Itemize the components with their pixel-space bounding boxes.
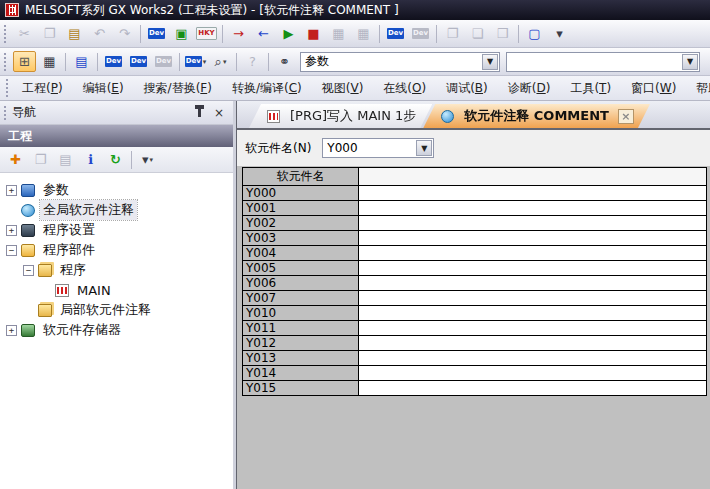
- comment-cell[interactable]: [359, 381, 707, 396]
- module-configuration-icon[interactable]: ▦: [38, 51, 61, 72]
- device-name-cell: Y012: [243, 336, 359, 351]
- menu-view[interactable]: 视图(V): [312, 77, 374, 100]
- tree-item-main[interactable]: MAIN: [0, 280, 233, 300]
- menu-project[interactable]: 工程(P): [12, 77, 73, 100]
- navigation-header: 导航 ×: [0, 101, 233, 125]
- menu-window[interactable]: 窗口(W): [621, 77, 686, 100]
- secondary-combo[interactable]: ▼: [506, 52, 700, 72]
- toolbar-separator: [236, 53, 237, 71]
- tree-item-pou[interactable]: −程序部件: [0, 240, 233, 260]
- toolbar-view: ⊞▦▤DevDevDevDev▾⌕▾?⚭参数▼▼: [0, 48, 710, 76]
- close-icon[interactable]: ×: [211, 105, 227, 121]
- keyword-combo[interactable]: 参数▼: [300, 52, 500, 72]
- device-display-format-icon[interactable]: Dev▾: [184, 51, 207, 72]
- navigation-toolbar: ✚❐▤ℹ↻▾▾: [0, 147, 233, 173]
- panel-grip[interactable]: [4, 106, 8, 120]
- pin-icon[interactable]: [191, 105, 207, 121]
- chevron-down-icon[interactable]: ▼: [482, 54, 498, 70]
- main-area: 导航 × 工程 ✚❐▤ℹ↻▾▾ +参数全局软元件注释+程序设置−程序部件−程序M…: [0, 101, 710, 489]
- comment-cell[interactable]: [359, 216, 707, 231]
- comment-list-icon[interactable]: ▤: [70, 51, 93, 72]
- chevron-down-icon[interactable]: ▼: [416, 140, 432, 156]
- menu-diagnostics[interactable]: 诊断(D): [498, 77, 561, 100]
- comment-cell[interactable]: [359, 306, 707, 321]
- read-from-plc-icon[interactable]: ←: [252, 23, 275, 44]
- device-search-icon[interactable]: ⌕▾: [209, 51, 232, 72]
- toolbar-grip[interactable]: [4, 53, 8, 71]
- device-name-cell: Y000: [243, 186, 359, 201]
- new-data-icon[interactable]: ✚: [4, 149, 27, 170]
- tree-item-local-device-comment[interactable]: 局部软元件注释: [0, 300, 233, 320]
- device-monitor-icon[interactable]: Dev: [384, 23, 407, 44]
- menu-tool[interactable]: 工具(T): [560, 77, 621, 100]
- device-find-icon[interactable]: Dev: [102, 51, 125, 72]
- monitor-stop-icon[interactable]: ■: [302, 23, 325, 44]
- collapse-icon[interactable]: −: [23, 265, 34, 276]
- comment-cell[interactable]: [359, 246, 707, 261]
- expand-icon[interactable]: +: [6, 325, 17, 336]
- simulation-icon[interactable]: ▣: [170, 23, 193, 44]
- device-name-combo[interactable]: Y000 ▼: [322, 138, 434, 158]
- comment-cell[interactable]: [359, 276, 707, 291]
- tree-item-global-device-comment[interactable]: 全局软元件注释: [0, 200, 233, 220]
- comment-cell[interactable]: [359, 321, 707, 336]
- menu-compile[interactable]: 转换/编译(C): [222, 77, 312, 100]
- expand-icon[interactable]: +: [6, 225, 17, 236]
- data-property-icon[interactable]: ℹ: [79, 149, 102, 170]
- menu-edit[interactable]: 编辑(E): [73, 77, 134, 100]
- device-name-label: 软元件名(N): [245, 140, 311, 157]
- tree-item-program-setting[interactable]: +程序设置: [0, 220, 233, 240]
- device-comment-list-icon[interactable]: Dev: [127, 51, 150, 72]
- project-section-bar: 工程: [0, 125, 233, 147]
- comment-cell[interactable]: [359, 336, 707, 351]
- tree-item-device-memory[interactable]: +软元件存储器: [0, 320, 233, 340]
- comment-table-area: 软元件名 Y000Y001Y002Y003Y004Y005Y006Y007Y01…: [237, 166, 710, 489]
- comment-cell[interactable]: [359, 291, 707, 306]
- paste-icon[interactable]: ▤: [63, 23, 86, 44]
- close-tab-icon[interactable]: ×: [618, 109, 634, 124]
- key-operation-icon[interactable]: HKY: [195, 23, 218, 44]
- comment-cell[interactable]: [359, 186, 707, 201]
- arrange-window-icon: ❒: [491, 23, 514, 44]
- write-to-plc-icon[interactable]: →: [227, 23, 250, 44]
- display-setting-icon[interactable]: ▢: [523, 23, 546, 44]
- ladder-icon: [55, 284, 69, 297]
- comment-cell[interactable]: [359, 261, 707, 276]
- project-section-title: 工程: [8, 128, 32, 145]
- tab-prg-write-main[interactable]: [PRG]写入 MAIN 1步: [249, 104, 432, 128]
- collapse-icon[interactable]: −: [6, 245, 17, 256]
- device-name-row: 软元件名(N) Y000 ▼: [237, 130, 710, 166]
- comment-cell[interactable]: [359, 231, 707, 246]
- tree-item-global-device-comment-label: 全局软元件注释: [40, 200, 137, 220]
- menu-find-replace[interactable]: 搜索/替换(F): [134, 77, 222, 100]
- menu-debug[interactable]: 调试(B): [436, 77, 498, 100]
- redo-icon: ↷: [113, 23, 136, 44]
- chevron-down-icon[interactable]: ▼: [682, 54, 698, 70]
- expand-icon[interactable]: +: [6, 185, 17, 196]
- refresh-view-icon[interactable]: ↻: [104, 149, 127, 170]
- menu-help[interactable]: 帮助(H): [686, 77, 710, 100]
- monitor-start-icon[interactable]: ▶: [277, 23, 300, 44]
- tree-item-program[interactable]: −程序: [0, 260, 233, 280]
- toolbar-separator: [268, 53, 269, 71]
- navigation-window-icon[interactable]: ⊞: [13, 51, 36, 72]
- device-display-icon[interactable]: Dev: [145, 23, 168, 44]
- tree-item-parameter[interactable]: +参数: [0, 180, 233, 200]
- sort-filter-icon[interactable]: ▾▾: [136, 149, 159, 170]
- comment-cell[interactable]: [359, 201, 707, 216]
- device-name-cell: Y013: [243, 351, 359, 366]
- cross-reference-icon[interactable]: ⚭: [273, 51, 296, 72]
- menu-online[interactable]: 在线(O): [373, 77, 436, 100]
- comment-column-header: [359, 168, 707, 186]
- comment-table-row: Y002: [243, 216, 707, 231]
- device-name-cell: Y010: [243, 306, 359, 321]
- tab-device-comment[interactable]: 软元件注释 COMMENT×: [423, 104, 650, 128]
- comment-cell[interactable]: [359, 351, 707, 366]
- menubar-grip[interactable]: [6, 79, 8, 97]
- pou-icon: [21, 244, 35, 257]
- comment-table-row: Y015: [243, 381, 707, 396]
- toolbar-options-icon[interactable]: ▾: [548, 23, 571, 44]
- toolbar-grip[interactable]: [4, 25, 8, 43]
- comment-table-row: Y005: [243, 261, 707, 276]
- comment-cell[interactable]: [359, 366, 707, 381]
